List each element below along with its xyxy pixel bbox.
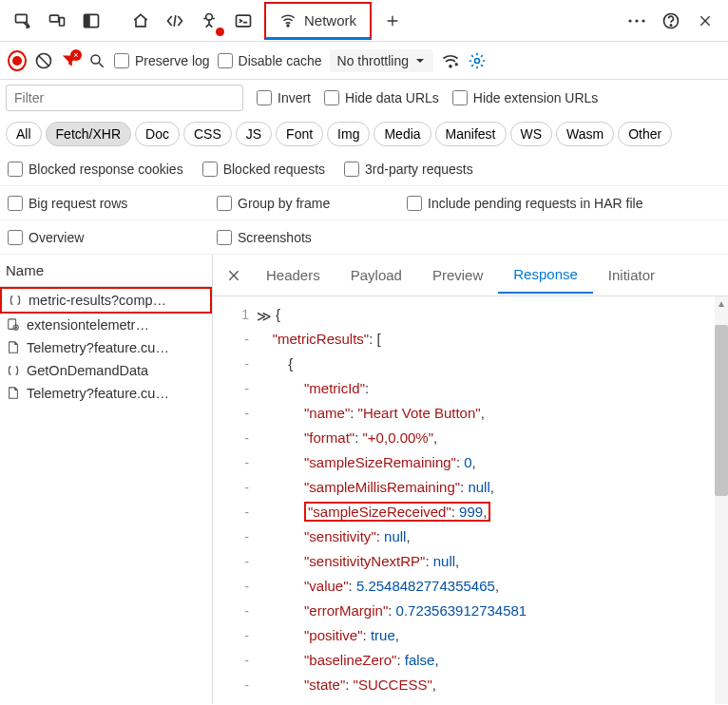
tab-headers[interactable]: Headers (251, 257, 335, 293)
sources-tab-icon[interactable] (192, 4, 226, 38)
welcome-tab-icon[interactable] (124, 4, 158, 38)
include-har-checkbox[interactable]: Include pending requests in HAR file (407, 196, 642, 211)
new-tab-icon[interactable] (375, 4, 410, 38)
request-name-label: GetOnDemandData (27, 363, 148, 378)
type-js-button[interactable]: JS (236, 122, 272, 146)
doc-file-icon (6, 340, 21, 355)
request-name-label: metric-results?comp… (29, 293, 166, 308)
doc-gear-file-icon (6, 317, 21, 333)
svg-point-7 (287, 25, 289, 27)
type-img-button[interactable]: Img (327, 122, 370, 146)
svg-rect-6 (237, 15, 251, 27)
tab-response[interactable]: Response (498, 257, 593, 294)
tab-payload[interactable]: Payload (335, 257, 417, 293)
network-toolbar: × Preserve log Disable cache No throttli… (0, 42, 728, 80)
group-by-frame-checkbox[interactable]: Group by frame (217, 196, 388, 211)
tab-initiator[interactable]: Initiator (593, 257, 670, 293)
main-split: Name metric-results?comp… extensiontelem… (0, 255, 728, 704)
close-devtools-icon[interactable] (688, 4, 722, 38)
name-column-header[interactable]: Name (0, 255, 212, 287)
preserve-log-label: Preserve log (135, 53, 210, 68)
type-fetchxhr-button[interactable]: Fetch/XHR (46, 122, 131, 146)
json-file-icon (8, 293, 23, 308)
settings-gear-icon[interactable] (468, 51, 487, 70)
inspect-icon[interactable] (6, 4, 40, 38)
svg-rect-2 (60, 17, 65, 25)
big-rows-checkbox[interactable]: Big request rows (8, 196, 198, 211)
display-options-row-2: Overview Screenshots (0, 220, 728, 255)
svg-point-8 (628, 19, 631, 22)
clear-button[interactable] (34, 51, 53, 70)
filter-row: Invert Hide data URLs Hide extension URL… (0, 80, 728, 116)
request-row[interactable]: metric-results?comp… (0, 287, 212, 314)
record-button[interactable] (8, 51, 27, 70)
blocked-checks-row: Blocked response cookies Blocked request… (0, 152, 728, 186)
request-row[interactable]: extensiontelemetr… (0, 314, 212, 336)
svg-point-10 (642, 19, 644, 22)
preserve-log-checkbox[interactable]: Preserve log (114, 53, 210, 68)
svg-point-14 (91, 55, 100, 64)
svg-point-5 (206, 13, 213, 20)
dock-icon[interactable] (74, 4, 108, 38)
request-name-label: Telemetry?feature.cu… (27, 340, 169, 355)
throttling-label: No throttling (337, 53, 409, 68)
type-manifest-button[interactable]: Manifest (435, 122, 507, 146)
type-wasm-button[interactable]: Wasm (556, 122, 614, 146)
chevron-down-icon (414, 55, 426, 67)
device-toggle-icon[interactable] (40, 4, 74, 38)
filter-input[interactable] (6, 85, 243, 111)
requests-name-panel: Name metric-results?comp… extensiontelem… (0, 255, 213, 704)
svg-rect-4 (85, 14, 89, 27)
svg-point-9 (635, 19, 638, 22)
filter-badge-icon: × (70, 49, 82, 61)
type-css-button[interactable]: CSS (183, 122, 232, 146)
blocked-requests-checkbox[interactable]: Blocked requests (202, 162, 325, 177)
doc-file-icon (6, 386, 21, 401)
tab-preview[interactable]: Preview (417, 257, 498, 293)
hide-data-urls-checkbox[interactable]: Hide data URLs (324, 90, 439, 105)
type-doc-button[interactable]: Doc (135, 122, 180, 146)
json-content: ≫{ "metricResults": [ { "metricId": "nam… (257, 302, 728, 697)
network-conditions-icon[interactable] (441, 51, 460, 70)
search-icon[interactable] (87, 51, 106, 70)
type-ws-button[interactable]: WS (510, 122, 553, 146)
request-row[interactable]: Telemetry?feature.cu… (0, 336, 212, 359)
request-name-label: extensiontelemetr… (27, 317, 149, 333)
vertical-scrollbar[interactable]: ▲ (715, 296, 728, 704)
response-body[interactable]: 1 --------------- ≫{ "metricResults": [ … (213, 296, 728, 704)
filter-toggle-button[interactable]: × (61, 51, 80, 70)
invert-checkbox[interactable]: Invert (257, 90, 311, 105)
blocked-cookies-checkbox[interactable]: Blocked response cookies (8, 162, 183, 177)
type-font-button[interactable]: Font (276, 122, 323, 146)
type-media-button[interactable]: Media (374, 122, 431, 146)
help-icon[interactable] (654, 4, 688, 38)
network-tab-label: Network (304, 12, 356, 29)
throttling-select[interactable]: No throttling (330, 49, 433, 72)
close-detail-icon[interactable] (217, 268, 251, 283)
scrollbar-thumb[interactable] (715, 325, 728, 496)
hide-extension-urls-checkbox[interactable]: Hide extension URLs (452, 90, 599, 105)
network-tab[interactable]: Network (264, 2, 372, 40)
disable-cache-checkbox[interactable]: Disable cache (218, 53, 322, 68)
resource-type-filter-row: All Fetch/XHR Doc CSS JS Font Img Media … (0, 116, 728, 152)
svg-point-16 (475, 58, 480, 63)
request-row[interactable]: Telemetry?feature.cu… (0, 382, 212, 405)
elements-tab-icon[interactable] (158, 4, 192, 38)
type-all-button[interactable]: All (6, 122, 42, 146)
requests-list: metric-results?comp… extensiontelemetr… … (0, 287, 212, 405)
console-tab-icon[interactable] (226, 4, 260, 38)
request-row[interactable]: GetOnDemandData (0, 359, 212, 382)
overview-checkbox[interactable]: Overview (8, 230, 198, 245)
type-other-button[interactable]: Other (618, 122, 672, 146)
request-detail-panel: Headers Payload Preview Response Initiat… (213, 255, 728, 704)
svg-point-12 (670, 24, 671, 25)
screenshots-checkbox[interactable]: Screenshots (217, 230, 312, 245)
more-icon[interactable] (620, 4, 654, 38)
detail-tabs: Headers Payload Preview Response Initiat… (213, 255, 728, 296)
third-party-checkbox[interactable]: 3rd-party requests (344, 162, 473, 177)
scroll-up-icon[interactable]: ▲ (715, 296, 728, 310)
json-file-icon (6, 363, 21, 378)
wifi-icon (279, 11, 297, 29)
disable-cache-label: Disable cache (239, 53, 322, 68)
display-options-row-1: Big request rows Group by frame Include … (0, 186, 728, 220)
